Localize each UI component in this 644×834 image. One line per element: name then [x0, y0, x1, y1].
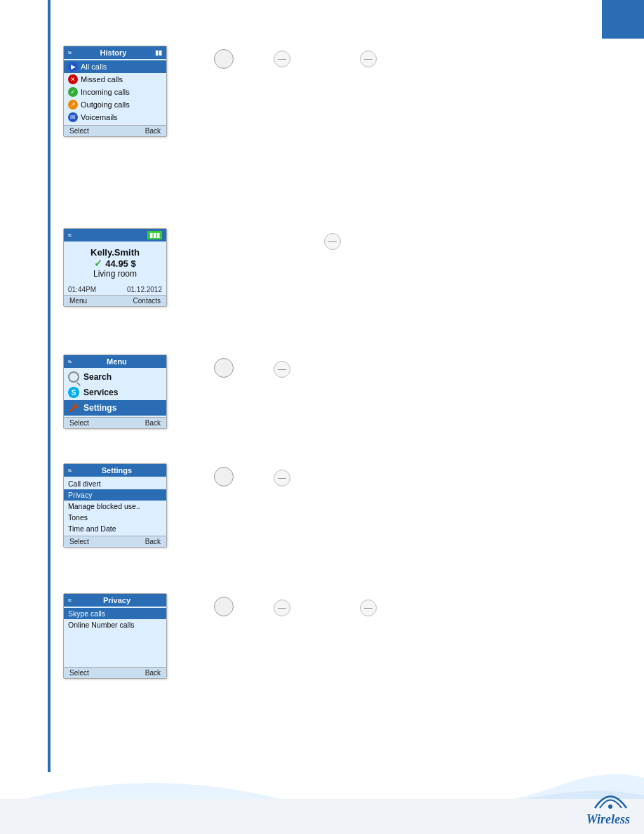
wrench-icon [68, 402, 79, 413]
privacy-footer: Select Back [64, 667, 166, 678]
history-body: ▶ All calls ✕ Missed calls ✓ Incoming ca… [64, 59, 166, 125]
nav-minus-4b[interactable]: — [274, 470, 290, 486]
svg-point-0 [70, 411, 72, 412]
menu-footer: Select Back [64, 417, 166, 428]
call-screen-footer: Menu Contacts [64, 295, 166, 306]
settings-body: Call divert Privacy Manage blocked use..… [64, 477, 166, 536]
call-screen-header: ≈ ▮▮▮ [64, 229, 166, 241]
wifi-icon-1: ≈ [68, 49, 72, 56]
privacy-body: Skype calls Online Number calls [64, 607, 166, 667]
nav-minus-2[interactable]: — [324, 233, 341, 250]
privacy-back-btn[interactable]: Back [145, 669, 161, 677]
history-select-btn[interactable]: Select [69, 127, 89, 135]
call-time: 01:44PM [68, 286, 96, 293]
nav-circle-4a[interactable] [214, 467, 234, 486]
all-calls-icon: ▶ [68, 62, 78, 72]
caller-name: Kelly.Smith [68, 247, 162, 258]
wifi-icon-4: ≈ [68, 467, 72, 474]
voicemails-icon: ✉ [68, 112, 78, 122]
incoming-calls-label: Incoming calls [81, 88, 130, 96]
privacy-body-space [64, 630, 166, 666]
privacy-screen-header: ≈ Privacy [64, 594, 166, 607]
outgoing-calls-label: Outgoing calls [81, 100, 130, 109]
wifi-icon-5: ≈ [68, 597, 72, 604]
history-footer: Select Back [64, 125, 166, 136]
skype-icon: S [68, 387, 79, 398]
settings-footer: Select Back [64, 536, 166, 547]
menu-back-btn[interactable]: Back [145, 419, 161, 427]
manage-blocked-item[interactable]: Manage blocked use.. [64, 501, 166, 512]
services-label: Services [83, 388, 118, 397]
nav-minus-1c[interactable]: — [360, 51, 377, 67]
call-location: Living room [68, 269, 162, 279]
history-back-btn[interactable]: Back [145, 127, 161, 135]
nav-circle-5a[interactable] [214, 597, 234, 616]
nav-minus-5b[interactable]: — [274, 600, 290, 616]
all-calls-item[interactable]: ▶ All calls [64, 60, 166, 73]
wifi-icon-2: ≈ [68, 232, 72, 239]
history-screen: ≈ History ▮▮ ▶ All calls ✕ Missed calls … [63, 46, 167, 137]
nav-minus-3b[interactable]: — [274, 361, 290, 378]
online-number-calls-item[interactable]: Online Number calls [64, 619, 166, 630]
services-menu-item[interactable]: S Services [64, 385, 166, 400]
skype-calls-item[interactable]: Skype calls [64, 608, 166, 619]
call-menu-btn[interactable]: Menu [69, 297, 87, 305]
corner-accent [602, 0, 644, 39]
nav-minus-1b[interactable]: — [274, 51, 290, 67]
privacy-title: Privacy [103, 596, 130, 604]
call-footer-info: 01:44PM 01.12.2012 [64, 284, 166, 295]
missed-calls-icon: ✕ [68, 74, 78, 84]
missed-calls-item[interactable]: ✕ Missed calls [64, 73, 166, 86]
settings-screen: ≈ Settings Call divert Privacy Manage bl… [63, 463, 167, 548]
call-screen-body: Kelly.Smith ✓ 44.95 $ Living room [64, 241, 166, 284]
search-icon [68, 371, 79, 383]
battery-icon-2: ▮▮▮ [147, 231, 162, 239]
history-title: History [100, 48, 127, 57]
tones-item[interactable]: Tones [64, 512, 166, 523]
wireless-logo: Wireless [586, 788, 630, 827]
settings-back-btn[interactable]: Back [145, 538, 161, 545]
privacy-select-btn[interactable]: Select [69, 669, 89, 677]
time-date-item[interactable]: Time and Date [64, 523, 166, 534]
voicemails-item[interactable]: ✉ Voicemails [64, 111, 166, 124]
incoming-calls-icon: ✓ [68, 87, 78, 97]
all-calls-label: All calls [81, 62, 107, 71]
menu-title: Menu [107, 357, 127, 366]
left-border [48, 0, 51, 772]
call-contacts-btn[interactable]: Contacts [133, 297, 161, 305]
outgoing-calls-icon: ↗ [68, 100, 78, 110]
wifi-icon-3: ≈ [68, 358, 72, 365]
settings-screen-title: Settings [102, 466, 132, 475]
wireless-arc-icon [591, 788, 630, 809]
call-divert-item[interactable]: Call divert [64, 478, 166, 489]
privacy-item[interactable]: Privacy [64, 489, 166, 501]
wireless-text: Wireless [586, 812, 630, 827]
call-screen: ≈ ▮▮▮ Kelly.Smith ✓ 44.95 $ Living room … [63, 228, 167, 307]
missed-calls-label: Missed calls [81, 75, 123, 84]
menu-select-btn[interactable]: Select [69, 419, 89, 427]
call-date: 01.12.2012 [127, 286, 162, 293]
search-label: Search [83, 372, 112, 382]
nav-circle-3a[interactable] [214, 358, 234, 378]
menu-screen-header: ≈ Menu [64, 355, 166, 368]
call-amount: ✓ 44.95 $ [68, 258, 162, 269]
check-icon: ✓ [94, 258, 102, 269]
settings-label: Settings [83, 403, 116, 413]
amount-value: 44.95 $ [105, 258, 135, 269]
bottom-bar [0, 799, 644, 834]
svg-point-1 [608, 805, 612, 809]
incoming-calls-item[interactable]: ✓ Incoming calls [64, 86, 166, 98]
settings-screen-header: ≈ Settings [64, 464, 166, 477]
outgoing-calls-item[interactable]: ↗ Outgoing calls [64, 98, 166, 111]
settings-select-btn[interactable]: Select [69, 538, 89, 545]
battery-icon-1: ▮▮ [155, 49, 162, 56]
search-menu-item[interactable]: Search [64, 369, 166, 385]
history-screen-header: ≈ History ▮▮ [64, 46, 166, 59]
menu-screen: ≈ Menu Search S Services Settings Select… [63, 355, 167, 429]
nav-minus-5c[interactable]: — [360, 600, 377, 616]
menu-body: Search S Services Settings [64, 368, 166, 417]
voicemails-label: Voicemails [81, 113, 118, 121]
nav-circle-1a[interactable] [214, 49, 234, 69]
settings-menu-item[interactable]: Settings [64, 400, 166, 416]
privacy-screen: ≈ Privacy Skype calls Online Number call… [63, 593, 167, 679]
